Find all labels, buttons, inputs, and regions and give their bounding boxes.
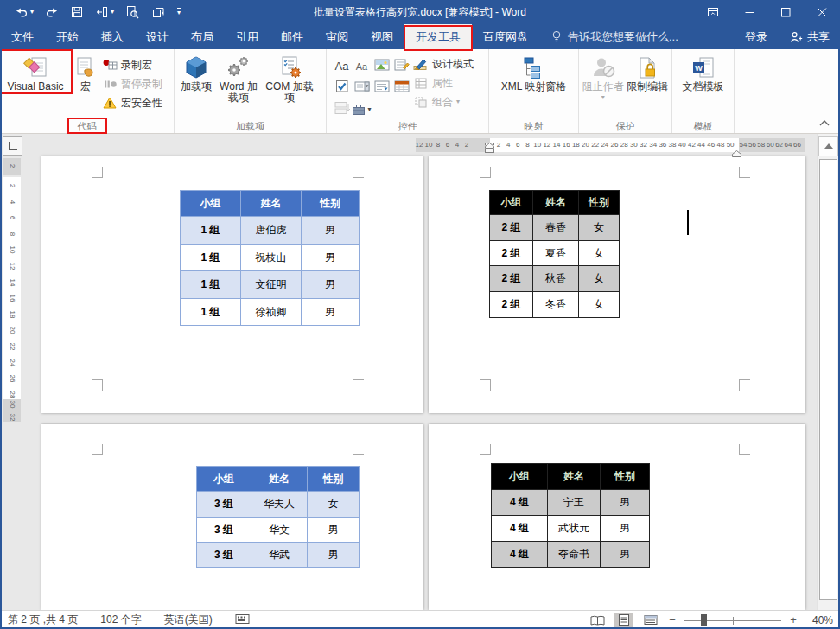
table-cell[interactable]: 4 组 xyxy=(492,490,548,516)
horizontal-ruler[interactable]: 1210864224681012141618202224262830323436… xyxy=(23,134,816,156)
table-cell[interactable]: 夏香 xyxy=(533,241,579,266)
close-button[interactable] xyxy=(804,0,840,24)
xml-mapping-pane-button[interactable]: XML 映射窗格 xyxy=(493,52,576,92)
table-cell[interactable]: 3 组 xyxy=(197,518,251,543)
date-picker-control-button[interactable] xyxy=(394,79,410,97)
vertical-ruler[interactable]: 22468101214161820222426283032 xyxy=(3,156,21,610)
tab-developer[interactable]: 开发工具 xyxy=(404,24,472,49)
combo-box-control-button[interactable] xyxy=(354,79,370,97)
sign-in-button[interactable]: 登录 xyxy=(733,29,780,45)
table-header-cell[interactable]: 姓名 xyxy=(533,191,579,215)
design-mode-button[interactable]: 设计模式 xyxy=(413,56,474,72)
scroll-up-button[interactable] xyxy=(818,136,838,156)
table-cell[interactable]: 华文 xyxy=(251,518,308,543)
switch-windows-button[interactable] xyxy=(151,5,166,19)
zoom-slider-thumb[interactable] xyxy=(701,614,707,626)
previous-view-button[interactable]: ▾ xyxy=(95,5,114,19)
table-cell[interactable]: 男 xyxy=(601,490,650,516)
ime-mode-button[interactable] xyxy=(235,613,250,627)
document-template-button[interactable]: W 文档模板 xyxy=(676,52,731,92)
table-cell[interactable]: 3 组 xyxy=(197,543,251,568)
tab-baidu-netdisk[interactable]: 百度网盘 xyxy=(472,24,539,49)
table-cell[interactable]: 1 组 xyxy=(181,245,241,271)
print-preview-button[interactable] xyxy=(125,5,140,20)
block-authors-button[interactable]: 阻止作者 ▾ xyxy=(581,52,626,101)
vertical-scrollbar[interactable] xyxy=(817,134,838,610)
table-header-cell[interactable]: 姓名 xyxy=(251,467,308,492)
minimize-button[interactable] xyxy=(731,0,767,24)
tab-review[interactable]: 审阅 xyxy=(315,24,360,49)
table-cell[interactable]: 男 xyxy=(302,245,360,271)
table-cell[interactable]: 2 组 xyxy=(490,266,533,292)
word-addins-button[interactable]: Word 加载项 xyxy=(216,52,261,104)
save-button[interactable] xyxy=(70,5,84,19)
table-cell[interactable]: 宁王 xyxy=(548,490,601,516)
checkbox-control-button[interactable] xyxy=(335,79,349,97)
hanging-indent-marker[interactable] xyxy=(485,142,494,157)
table-cell[interactable]: 4 组 xyxy=(492,542,548,568)
table-header-cell[interactable]: 性别 xyxy=(601,464,650,490)
share-button[interactable]: 共享 xyxy=(780,29,840,45)
tab-mailings[interactable]: 邮件 xyxy=(270,24,315,49)
table-header-cell[interactable]: 小组 xyxy=(492,464,548,490)
record-macro-button[interactable]: 录制宏 xyxy=(102,57,162,73)
com-addins-button[interactable]: COM 加载项 xyxy=(261,52,318,104)
table-header-cell[interactable]: 姓名 xyxy=(241,191,302,217)
picture-control-button[interactable] xyxy=(374,58,390,75)
table-cell[interactable]: 男 xyxy=(308,518,360,543)
tab-design[interactable]: 设计 xyxy=(135,24,180,49)
table-header-cell[interactable]: 小组 xyxy=(490,191,533,215)
ribbon-display-options-button[interactable] xyxy=(695,0,731,24)
zoom-in-button[interactable]: + xyxy=(789,613,798,626)
dropdown-list-control-button[interactable] xyxy=(374,79,390,97)
table-cell[interactable]: 2 组 xyxy=(490,241,533,266)
properties-button[interactable]: 属性 xyxy=(413,75,474,91)
undo-button[interactable]: ▾ xyxy=(15,5,34,19)
tab-home[interactable]: 开始 xyxy=(45,24,90,49)
document-page[interactable]: 小组姓名性别3 组华夫人女3 组华文男3 组华武男 xyxy=(41,424,423,610)
tab-stop-selector[interactable] xyxy=(3,136,22,156)
table-header-cell[interactable]: 小组 xyxy=(197,467,251,492)
table-cell[interactable]: 4 组 xyxy=(492,516,548,542)
document-page[interactable]: 小组姓名性别1 组唐伯虎男1 组祝枝山男1 组文征明男1 组徐祯卿男 xyxy=(41,156,423,413)
page-indicator[interactable]: 第 2 页 ,共 4 页 xyxy=(8,613,78,627)
scrollbar-thumb[interactable] xyxy=(819,159,837,600)
language-indicator[interactable]: 英语(美国) xyxy=(164,613,213,627)
tab-references[interactable]: 引用 xyxy=(225,24,270,49)
table-cell[interactable]: 春香 xyxy=(533,215,579,241)
table-cell[interactable]: 男 xyxy=(601,542,650,568)
table-cell[interactable]: 唐伯虎 xyxy=(241,217,302,245)
table-cell[interactable]: 男 xyxy=(302,299,360,326)
table-cell[interactable]: 夺命书 xyxy=(548,542,601,568)
document-page[interactable]: 小组姓名性别2 组春香女2 组夏香女2 组秋香女2 组冬香女 xyxy=(429,156,805,413)
table-cell[interactable]: 祝枝山 xyxy=(241,245,302,271)
macros-button[interactable]: 宏 xyxy=(69,52,102,92)
table-cell[interactable]: 3 组 xyxy=(197,492,251,518)
tab-layout[interactable]: 布局 xyxy=(180,24,225,49)
table-cell[interactable]: 冬香 xyxy=(533,292,579,318)
table-cell[interactable]: 徐祯卿 xyxy=(241,299,302,326)
table-cell[interactable]: 女 xyxy=(579,215,620,241)
table-cell[interactable]: 女 xyxy=(579,241,620,266)
read-mode-button[interactable] xyxy=(588,613,607,628)
collapse-ribbon-button[interactable] xyxy=(819,114,830,130)
table-cell[interactable]: 男 xyxy=(302,271,360,299)
print-layout-button[interactable] xyxy=(614,613,633,628)
addins-button[interactable]: 加载项 xyxy=(176,52,216,92)
table-cell[interactable]: 女 xyxy=(579,266,620,292)
table-cell[interactable]: 2 组 xyxy=(490,215,533,241)
tab-view[interactable]: 视图 xyxy=(360,24,404,49)
table-cell[interactable]: 1 组 xyxy=(181,217,241,245)
tab-insert[interactable]: 插入 xyxy=(90,24,135,49)
tell-me-box[interactable]: 告诉我您想要做什么... xyxy=(539,24,690,49)
table-cell[interactable]: 1 组 xyxy=(181,299,241,326)
table-header-cell[interactable]: 小组 xyxy=(181,191,241,217)
pause-recording-button[interactable]: 暂停录制 xyxy=(102,76,162,92)
zoom-out-button[interactable]: − xyxy=(668,613,677,626)
plain-text-control-button[interactable]: Aa xyxy=(356,61,367,72)
table-cell[interactable]: 女 xyxy=(579,292,620,318)
table-cell[interactable]: 华夫人 xyxy=(251,492,308,518)
web-layout-button[interactable] xyxy=(641,613,660,628)
repeating-section-control-button[interactable] xyxy=(334,101,350,118)
table-header-cell[interactable]: 性别 xyxy=(579,191,620,215)
